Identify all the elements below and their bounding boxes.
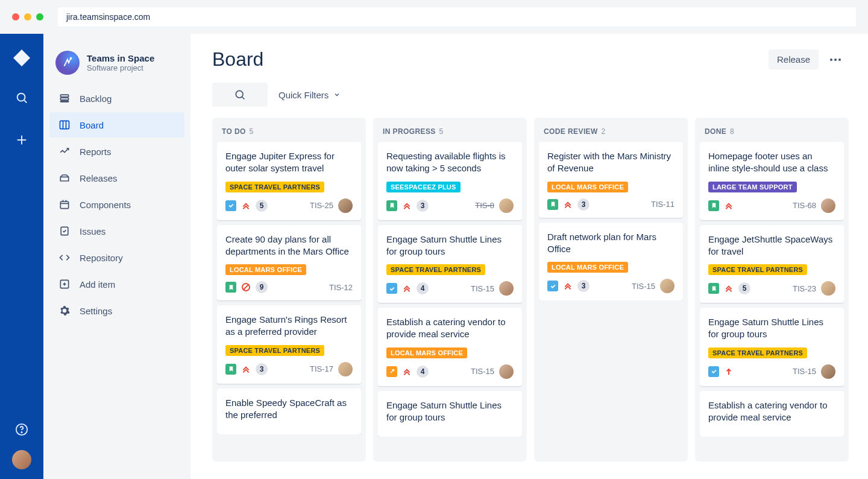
main-content: Board Release Quick Filters TO DO 5Engag…: [190, 34, 868, 479]
issue-key: TIS-17: [310, 364, 333, 373]
more-actions-button[interactable]: [825, 49, 846, 71]
issue-type-icon: [225, 200, 236, 211]
global-create-button[interactable]: [10, 128, 34, 152]
svg-rect-7: [60, 95, 68, 97]
issue-card[interactable]: Engage Saturn Shuttle Lines for group to…: [700, 308, 844, 386]
window-close-icon[interactable]: [12, 13, 19, 21]
sidebar-icon: [58, 224, 71, 238]
issue-type-icon: [547, 199, 558, 210]
board-search-input[interactable]: [212, 83, 268, 107]
sidebar-item-add-item[interactable]: Add item: [49, 271, 184, 297]
url-text: jira.teamsinspace.com: [66, 12, 150, 22]
project-subtitle: Software project: [87, 63, 154, 72]
story-points-badge: 3: [577, 198, 590, 211]
card-label: SPACE TRAVEL PARTNERS: [708, 347, 807, 358]
priority-icon: [241, 364, 251, 374]
svg-rect-8: [60, 98, 68, 100]
column-count: 8: [730, 127, 734, 136]
column-title: DONE: [705, 127, 726, 136]
card-title: Create 90 day plans for all departments …: [225, 233, 353, 258]
issue-type-icon: [708, 283, 719, 294]
priority-icon: [563, 200, 573, 209]
sidebar-item-components[interactable]: Components: [49, 192, 184, 217]
issue-type-icon: [708, 366, 719, 377]
release-button[interactable]: Release: [769, 49, 819, 69]
browser-chrome: jira.teamsinspace.com: [0, 0, 868, 34]
card-label: LOCAL MARS OFFICE: [547, 182, 628, 192]
issue-card[interactable]: Engage Saturn Shuttle Lines for group to…: [378, 225, 522, 303]
issue-card[interactable]: Enable Speedy SpaceCraft as the preferre…: [217, 389, 361, 435]
traffic-lights: [12, 13, 43, 21]
board-column-code-review: CODE REVIEW 2Register with the Mars Mini…: [534, 118, 688, 462]
svg-line-28: [244, 285, 248, 290]
sidebar-icon: [58, 198, 71, 211]
priority-icon: [402, 284, 412, 293]
user-avatar[interactable]: [12, 450, 31, 469]
card-label: SEESPACEEZ PLUS: [386, 182, 461, 192]
column-header: DONE 8: [700, 124, 844, 142]
story-points-badge: 5: [738, 282, 750, 294]
issue-card[interactable]: Register with the Mars Ministry of Reven…: [539, 142, 683, 218]
issue-card[interactable]: Create 90 day plans for all departments …: [217, 225, 361, 301]
project-avatar-icon: [55, 51, 80, 75]
url-bar[interactable]: jira.teamsinspace.com: [58, 7, 856, 27]
svg-line-1: [24, 100, 27, 103]
assignee-avatar: [821, 364, 835, 379]
sidebar-item-reports[interactable]: Reports: [49, 139, 184, 164]
sidebar-item-issues[interactable]: Issues: [49, 218, 184, 244]
issue-type-icon: [386, 283, 397, 294]
window-minimize-icon[interactable]: [24, 13, 31, 21]
column-title: TO DO: [222, 127, 246, 136]
sidebar-item-settings[interactable]: Settings: [49, 298, 184, 323]
jira-logo-icon[interactable]: [12, 48, 31, 68]
issue-card[interactable]: Establish a catering vendor to provide m…: [378, 308, 522, 386]
sidebar-item-label: Board: [80, 120, 104, 130]
issue-card[interactable]: Engage Saturn's Rings Resort as a prefer…: [217, 305, 361, 384]
issue-type-icon: [386, 200, 397, 211]
assignee-avatar: [338, 362, 353, 376]
sidebar-icon: [58, 251, 71, 264]
quick-filters-dropdown[interactable]: Quick Filters: [278, 90, 341, 100]
svg-point-0: [17, 94, 25, 101]
issue-type-icon: [225, 282, 236, 293]
issue-card[interactable]: Engage Jupiter Express for outer solar s…: [217, 142, 361, 220]
project-header[interactable]: Teams in Space Software project: [49, 47, 184, 86]
svg-line-26: [242, 97, 245, 100]
svg-rect-14: [60, 201, 68, 209]
svg-rect-10: [60, 121, 69, 128]
issue-card[interactable]: Engage JetShuttle SpaceWays for travelSP…: [700, 225, 844, 303]
card-title: Establish a catering vendor to provide m…: [386, 316, 514, 341]
sidebar-icon: [58, 92, 71, 105]
sidebar-item-label: Components: [80, 200, 131, 210]
card-title: Engage JetShuttle SpaceWays for travel: [708, 233, 835, 258]
story-points-badge: 9: [256, 281, 268, 293]
card-label: LOCAL MARS OFFICE: [386, 347, 467, 358]
sidebar-icon: [58, 304, 71, 317]
sidebar-item-repository[interactable]: Repository: [49, 245, 184, 270]
assignee-avatar: [499, 198, 514, 213]
issue-card[interactable]: Homepage footer uses an inline style-sho…: [700, 142, 844, 220]
card-title: Homepage footer uses an inline style-sho…: [708, 150, 835, 175]
column-count: 5: [439, 127, 443, 136]
issue-card[interactable]: Draft network plan for Mars OfficeLOCAL …: [539, 223, 683, 301]
card-title: Engage Saturn Shuttle Lines for group to…: [708, 316, 835, 341]
sidebar-item-label: Issues: [80, 226, 105, 236]
sidebar-item-releases[interactable]: Releases: [49, 165, 184, 191]
issue-card[interactable]: Establish a catering vendor to provide m…: [700, 391, 844, 437]
issue-card[interactable]: Requesting available flights is now taki…: [378, 142, 522, 220]
svg-point-24: [838, 59, 841, 61]
window-maximize-icon[interactable]: [36, 13, 43, 21]
sidebar-item-board[interactable]: Board: [49, 112, 184, 138]
sidebar-item-backlog[interactable]: Backlog: [49, 86, 184, 111]
svg-point-23: [834, 59, 837, 61]
priority-icon: [241, 282, 251, 292]
sidebar-item-label: Releases: [80, 173, 118, 183]
issue-card[interactable]: Engage Saturn Shuttle Lines for group to…: [378, 391, 522, 437]
svg-point-5: [21, 432, 22, 433]
sidebar-icon: [58, 118, 71, 132]
help-button[interactable]: [10, 417, 34, 442]
card-label: SPACE TRAVEL PARTNERS: [225, 182, 324, 192]
card-label: LOCAL MARS OFFICE: [225, 264, 306, 275]
board-column-to-do: TO DO 5Engage Jupiter Express for outer …: [212, 118, 366, 462]
global-search-button[interactable]: [10, 86, 34, 110]
